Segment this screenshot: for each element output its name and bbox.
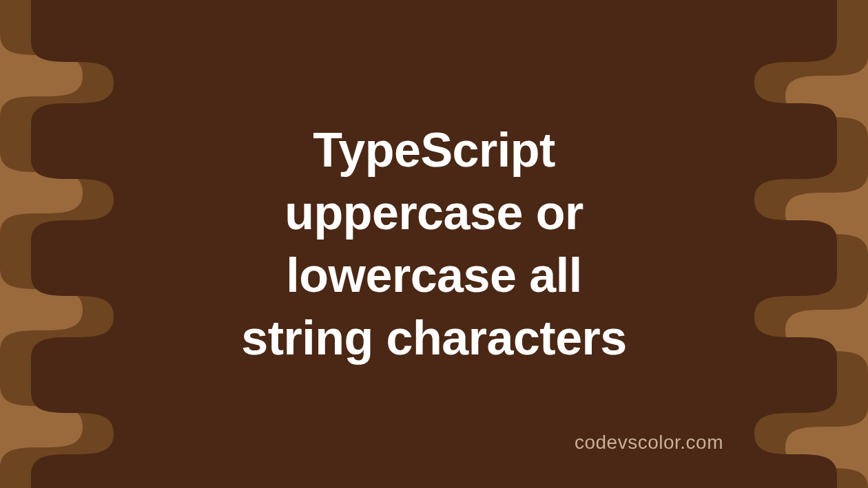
title-line-2: uppercase or	[285, 186, 583, 240]
title-line-3: lowercase all	[286, 248, 581, 302]
banner-title: TypeScript uppercase or lowercase all st…	[241, 119, 627, 370]
watermark: codevscolor.com	[575, 432, 723, 454]
banner: TypeScript uppercase or lowercase all st…	[0, 0, 868, 488]
content: TypeScript uppercase or lowercase all st…	[241, 119, 627, 370]
title-line-1: TypeScript	[313, 123, 555, 177]
title-line-4: string characters	[241, 311, 627, 365]
